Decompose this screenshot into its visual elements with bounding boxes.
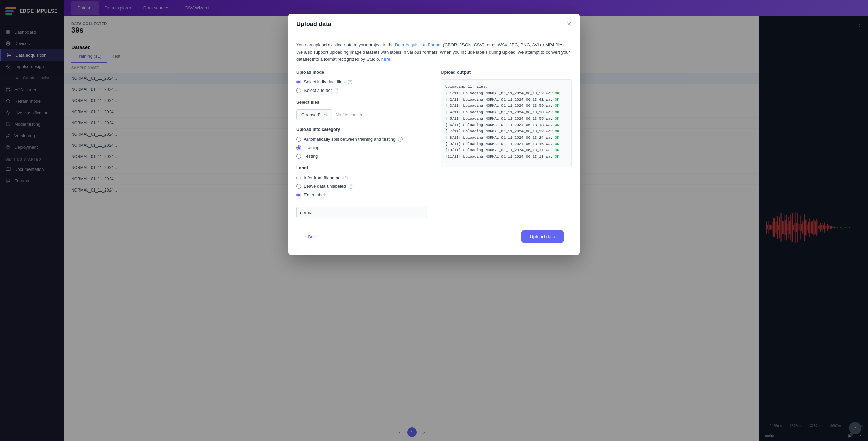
label-input-field[interactable] — [296, 207, 427, 218]
auto-split-radio[interactable] — [296, 137, 301, 142]
infer-help-icon[interactable]: ? — [343, 176, 348, 180]
infer-filename-radio[interactable] — [296, 176, 301, 180]
auto-split-help-icon[interactable]: ? — [398, 137, 403, 142]
no-file-chosen-text: No file chosen — [336, 112, 363, 117]
upload-mode-options: Select individual files ? Select a folde… — [296, 79, 427, 93]
choose-files-button[interactable]: Choose Files — [296, 109, 332, 120]
data-acquisition-format-link[interactable]: Data Acquisition Format — [395, 42, 442, 47]
upload-into-category-title: Upload into category — [296, 127, 427, 132]
select-individual-help-icon[interactable]: ? — [348, 80, 352, 84]
label-section: Label Infer from filename ? Leave data u… — [296, 165, 427, 218]
infer-filename-option[interactable]: Infer from filename ? — [296, 175, 427, 180]
leave-unlabeled-option[interactable]: Leave data unlabeled ? — [296, 184, 427, 189]
testing-radio[interactable] — [296, 154, 301, 159]
modal-title: Upload data — [296, 21, 331, 28]
modal-header: Upload data ✕ — [288, 14, 580, 35]
upload-output-box: Uploading 11 files...[ 1/11] Uploading N… — [441, 79, 572, 167]
select-files-section: Select files Choose Files No file chosen — [296, 100, 427, 120]
upload-output-title: Upload output — [441, 69, 572, 75]
category-options: Automatically split between training and… — [296, 137, 427, 159]
chevron-left-icon: ‹ — [304, 234, 306, 239]
unlabeled-help-icon[interactable]: ? — [349, 184, 353, 189]
auto-split-option[interactable]: Automatically split between training and… — [296, 137, 427, 142]
back-button[interactable]: ‹ Back — [304, 234, 318, 239]
select-folder-option[interactable]: Select a folder ? — [296, 88, 427, 93]
select-individual-option[interactable]: Select individual files ? — [296, 79, 427, 84]
testing-option[interactable]: Testing — [296, 154, 427, 159]
modal-close-button[interactable]: ✕ — [567, 20, 572, 28]
modal-left-column: Upload mode Select individual files ? Se… — [296, 69, 427, 218]
modal-footer: ‹ Back Upload data — [296, 225, 572, 248]
label-options: Infer from filename ? Leave data unlabel… — [296, 175, 427, 197]
training-option[interactable]: Training — [296, 145, 427, 150]
training-radio[interactable] — [296, 145, 301, 150]
select-files-title: Select files — [296, 100, 427, 105]
label-title: Label — [296, 165, 427, 171]
select-folder-radio[interactable] — [296, 88, 301, 93]
modal-columns: Upload mode Select individual files ? Se… — [296, 69, 572, 218]
here-link[interactable]: here — [381, 57, 390, 62]
enter-label-radio[interactable] — [296, 193, 301, 197]
modal-overlay: Upload data ✕ You can upload existing da… — [0, 0, 868, 441]
modal-body: You can upload existing data to your pro… — [288, 35, 580, 255]
file-input-row: Choose Files No file chosen — [296, 109, 427, 120]
upload-data-button[interactable]: Upload data — [521, 230, 564, 243]
leave-unlabeled-radio[interactable] — [296, 184, 301, 189]
select-folder-help-icon[interactable]: ? — [335, 88, 339, 93]
enter-label-option[interactable]: Enter label: — [296, 192, 427, 197]
upload-data-modal: Upload data ✕ You can upload existing da… — [288, 14, 580, 255]
modal-description: You can upload existing data to your pro… — [296, 42, 572, 63]
select-individual-radio[interactable] — [296, 80, 301, 84]
upload-mode-title: Upload mode — [296, 69, 427, 75]
modal-right-column: Upload output Uploading 11 files...[ 1/1… — [441, 69, 572, 218]
